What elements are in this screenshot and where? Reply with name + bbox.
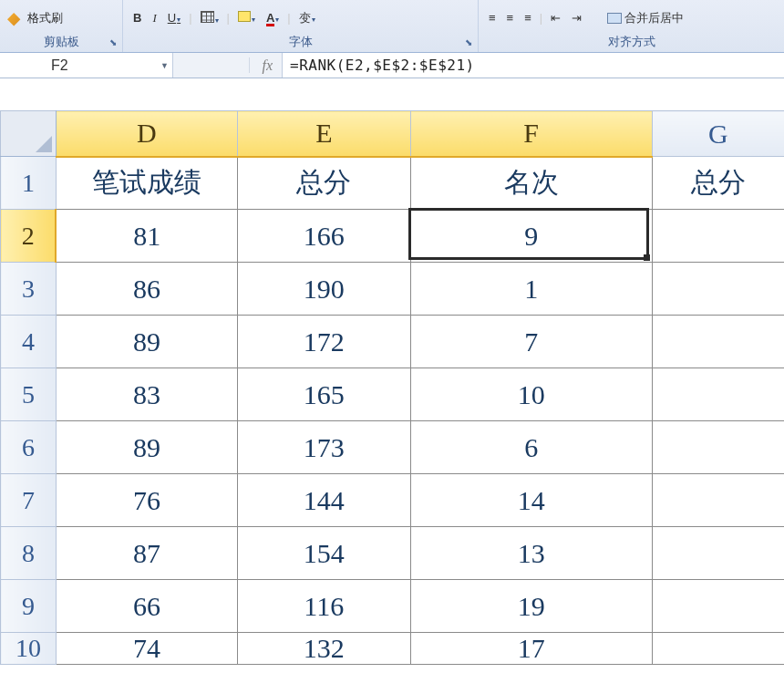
formula-bar: F2 ▼ fx =RANK(E2,$E$2:$E$21) <box>0 53 784 78</box>
row-header[interactable]: 9 <box>1 580 57 633</box>
cell[interactable]: 19 <box>410 580 652 633</box>
fx-label: fx <box>262 57 273 74</box>
cell[interactable] <box>652 527 784 580</box>
ribbon-group-font: B I U▾ | ▾ | ▾ A▾ | 变▾ 字体 ⬊ <box>123 0 479 52</box>
merge-icon <box>607 13 622 24</box>
font-group-label: 字体 <box>130 34 470 52</box>
select-all-corner[interactable] <box>1 111 57 157</box>
col-header-G[interactable]: G <box>652 111 784 157</box>
cell[interactable]: 190 <box>237 263 410 316</box>
row-header[interactable]: 5 <box>1 368 57 421</box>
cell[interactable]: 17 <box>410 633 652 665</box>
chevron-down-icon: ▾ <box>176 16 181 24</box>
cell[interactable]: 173 <box>237 421 410 474</box>
cell[interactable] <box>652 421 784 474</box>
row-header[interactable]: 7 <box>1 474 57 527</box>
cell[interactable] <box>652 316 784 368</box>
ribbon-group-clipboard: 格式刷 剪贴板 ⬊ <box>0 0 123 52</box>
chevron-down-icon: ▾ <box>311 16 315 24</box>
italic-button[interactable]: I <box>150 11 159 26</box>
decrease-indent-button[interactable]: ⇤ <box>548 11 563 25</box>
format-painter-button[interactable]: 格式刷 <box>7 10 63 26</box>
cell[interactable] <box>652 633 784 665</box>
cell[interactable]: 10 <box>410 368 652 421</box>
chevron-down-icon: ▾ <box>214 16 219 25</box>
cell[interactable] <box>652 474 784 527</box>
align-left-button[interactable]: ≡ <box>486 11 499 25</box>
cell[interactable]: 13 <box>410 527 652 580</box>
cell[interactable]: 172 <box>237 316 410 368</box>
ribbon-group-alignment: ≡ ≡ ≡ | ⇤ ⇥ 合并后居中 对齐方式 <box>479 0 784 52</box>
chevron-down-icon: ▾ <box>274 16 279 24</box>
cell[interactable]: 86 <box>56 263 237 316</box>
spreadsheet-grid: D E F G 1 笔试成绩 总分 名次 总分 2 81 166 9 3 86 … <box>0 110 784 665</box>
clipboard-dialog-launcher[interactable]: ⬊ <box>107 36 119 49</box>
ribbon: 格式刷 剪贴板 ⬊ B I U▾ | ▾ | ▾ A▾ | 变▾ 字体 ⬊ ≡ … <box>0 0 784 53</box>
cell[interactable]: 154 <box>237 527 410 580</box>
cell[interactable]: 1 <box>410 263 652 316</box>
cell[interactable]: 89 <box>56 316 237 368</box>
row-header[interactable]: 4 <box>1 316 57 368</box>
alignment-group-label: 对齐方式 <box>486 34 777 52</box>
underline-button[interactable]: U▾ <box>165 11 183 25</box>
align-right-button[interactable]: ≡ <box>521 11 534 25</box>
merge-center-button[interactable]: 合并后居中 <box>604 10 686 26</box>
fill-color-button[interactable]: ▾ <box>235 11 258 25</box>
cell[interactable]: 总分 <box>652 157 784 210</box>
cell[interactable]: 总分 <box>237 157 410 210</box>
row-header[interactable]: 8 <box>1 527 57 580</box>
cell[interactable] <box>652 368 784 421</box>
font-color-button[interactable]: A▾ <box>263 11 282 25</box>
cell[interactable]: 89 <box>56 421 237 474</box>
cell[interactable]: 132 <box>237 633 410 665</box>
cell[interactable]: 66 <box>56 580 237 633</box>
cell[interactable]: 116 <box>237 580 410 633</box>
bold-button[interactable]: B <box>130 11 144 25</box>
cell[interactable]: 6 <box>410 421 652 474</box>
font-dialog-launcher[interactable]: ⬊ <box>462 36 475 49</box>
increase-indent-button[interactable]: ⇥ <box>569 11 584 25</box>
row-header[interactable]: 1 <box>1 157 57 210</box>
cell[interactable]: 74 <box>56 633 237 665</box>
bucket-icon <box>238 11 251 22</box>
fx-button[interactable]: fx <box>173 53 283 78</box>
cell[interactable]: 9 <box>410 210 652 263</box>
cell[interactable]: 165 <box>237 368 410 421</box>
cell[interactable]: 144 <box>237 474 410 527</box>
formula-input[interactable]: =RANK(E2,$E$2:$E$21) <box>283 53 784 78</box>
chevron-down-icon[interactable]: ▼ <box>160 61 169 70</box>
cell[interactable]: 名次 <box>410 157 652 210</box>
merge-center-label: 合并后居中 <box>624 10 684 26</box>
row-header[interactable]: 10 <box>1 633 57 665</box>
clipboard-group-label: 剪贴板 <box>7 34 115 52</box>
format-painter-label: 格式刷 <box>27 10 63 26</box>
row-header[interactable]: 6 <box>1 421 57 474</box>
col-header-D[interactable]: D <box>56 111 237 157</box>
formula-text: =RANK(E2,$E$2:$E$21) <box>290 57 475 74</box>
cell[interactable]: 166 <box>237 210 410 263</box>
row-header[interactable]: 2 <box>1 210 57 263</box>
cell[interactable] <box>652 263 784 316</box>
cell[interactable]: 笔试成绩 <box>56 157 237 210</box>
cell[interactable] <box>652 580 784 633</box>
cell[interactable] <box>652 210 784 263</box>
cell[interactable]: 87 <box>56 527 237 580</box>
row-header[interactable]: 3 <box>1 263 57 316</box>
col-header-E[interactable]: E <box>237 111 410 157</box>
brush-icon <box>7 10 24 26</box>
asian-layout-button[interactable]: 变▾ <box>296 10 318 26</box>
align-center-button[interactable]: ≡ <box>504 11 517 25</box>
borders-button[interactable]: ▾ <box>198 11 222 26</box>
cell[interactable]: 7 <box>410 316 652 368</box>
cell[interactable]: 83 <box>56 368 237 421</box>
name-box[interactable]: F2 ▼ <box>0 53 173 78</box>
grid-icon <box>201 11 214 23</box>
cell[interactable]: 14 <box>410 474 652 527</box>
cell[interactable]: 81 <box>56 210 237 263</box>
chevron-down-icon: ▾ <box>251 16 255 24</box>
cell[interactable]: 76 <box>56 474 237 527</box>
col-header-F[interactable]: F <box>410 111 652 157</box>
name-box-value: F2 <box>51 57 68 74</box>
